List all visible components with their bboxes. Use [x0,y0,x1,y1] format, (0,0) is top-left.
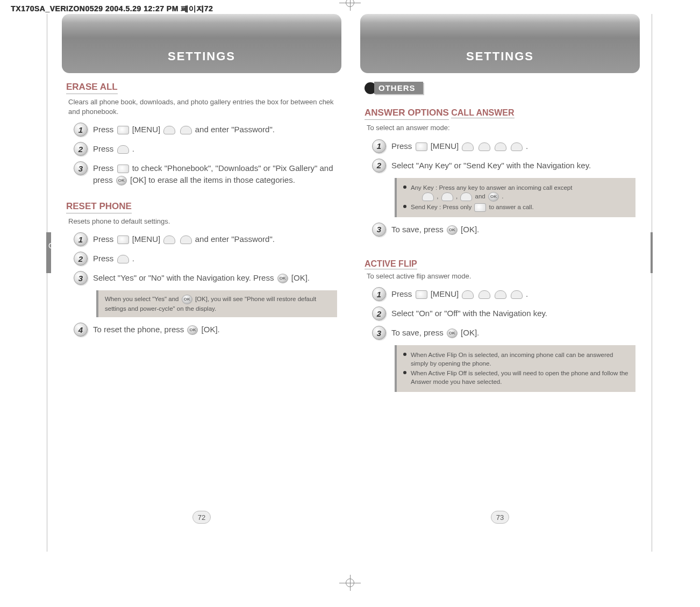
erase-step-3: 3 Press to check "Phonebook", "Downloads… [74,161,337,186]
text: [MENU] [431,289,461,298]
flip-step-3: 3 To save, press OK [OK]. [372,326,635,340]
step-badge-1: 1 [74,123,88,137]
active-flip-note: When Active Flip On is selected, an inco… [395,345,635,391]
tab-title-left: SETTINGS [168,49,235,63]
text: Press [93,254,116,263]
nav-key-icon [117,126,129,134]
erase-step-2: 2 Press . [74,142,337,156]
soft-key-icon [422,192,434,201]
soft-key-icon [117,145,129,154]
step-badge-2: 2 [372,159,386,173]
reset-note: When you select "Yes" and OK [OK], you w… [96,290,337,317]
content-right: OTHERS ANSWER OPTIONS CALL ANSWER To sel… [349,73,651,392]
step-badge-4: 4 [74,323,88,337]
page-num-right: 73 [491,511,509,524]
text: and enter "Password". [195,234,275,244]
soft-key-icon [163,235,175,244]
text: [OK]. [461,328,479,337]
reset-step-3: 3 Select "Yes" or "No" with the Navigati… [74,271,337,285]
content-left: ERASE ALL Clears all phone book, downloa… [51,73,352,337]
step-badge-3: 3 [74,271,88,285]
page-tab-right: SETTINGS [360,14,640,73]
step-badge-1: 1 [372,139,386,153]
note-text: to answer a call. [489,204,534,210]
ok-key-icon: OK [447,225,458,235]
bullet-icon [403,205,406,208]
ok-key-icon: OK [116,176,127,185]
text: To save, press [391,328,446,337]
text: [OK]. [291,273,310,282]
call-answer-desc: To select an answer mode: [367,123,635,133]
call-step-3: 3 To save, press OK [OK]. [372,223,635,237]
soft-key-icon [117,255,129,263]
text: To reset the phone, press [93,325,186,334]
step-text: Press [MENU] . [391,139,528,152]
text: [MENU] [132,234,163,244]
text: [MENU] [431,141,461,151]
step-text: Press [MENU] and enter "Password". [93,232,275,245]
text: Press [391,289,415,298]
erase-all-desc: Clears all phone book, downloads, and ph… [68,97,337,116]
soft-key-icon [511,290,523,299]
step-badge-3: 3 [74,161,88,175]
soft-key-icon [460,192,472,201]
nav-key-icon [416,290,427,299]
soft-key-icon [180,235,192,244]
text: [OK]. [461,225,479,234]
text: Select "Yes" or "No" with the Navigation… [93,273,276,282]
text: . [526,289,528,298]
tab-title-right: SETTINGS [466,49,534,63]
call-answer-heading: CALL ANSWER [451,108,514,118]
step-text: Select "Yes" or "No" with the Navigation… [93,271,310,284]
active-flip-desc: To select active flip answer mode. [367,272,635,281]
text: Press [93,144,116,153]
page-border-left [47,14,47,552]
text: Press [93,234,116,244]
reset-phone-heading: RESET PHONE [66,201,132,213]
soft-key-icon [462,290,474,299]
step-text: Press to check "Phonebook", "Downloads" … [93,161,337,186]
ok-key-icon: OK [187,325,198,335]
flip-step-1: 1 Press [MENU] . [372,287,635,301]
step-text: To reset the phone, press OK [OK]. [93,323,220,335]
active-flip-heading: ACTIVE FLIP [365,259,417,269]
step-badge-1: 1 [74,232,88,246]
text: . [132,254,134,263]
nav-key-icon [117,235,129,244]
note-text: When you select "Yes" and [105,296,181,302]
call-step-1: 1 Press [MENU] . [372,139,635,153]
step-text: To save, press OK [OK]. [391,223,479,235]
bullet-icon [403,353,406,356]
step-badge-2: 2 [74,142,88,156]
reset-step-2: 2 Press . [74,252,337,266]
note-text: Send Key : Press only [411,204,473,210]
answer-options-heading: ANSWER OPTIONS [365,108,449,120]
nav-key-icon [117,165,129,173]
bullet-icon [403,371,406,374]
text: Press [93,125,116,134]
soft-key-icon [441,192,453,201]
reset-phone-desc: Resets phone to default settings. [68,217,337,226]
bullet-icon [403,185,406,189]
call-answer-note: Any Key : Press any key to answer an inc… [395,178,635,217]
others-label: OTHERS [374,82,423,94]
text: and enter "Password". [195,125,275,134]
step-text: To save, press OK [OK]. [391,326,479,339]
call-step-2: 2 Select "Any Key" or "Send Key" with th… [372,159,635,173]
note-text: When Active Flip Off is selected, you wi… [411,369,629,386]
step-text: Press [MENU] . [391,287,528,300]
ok-key-icon: OK [277,274,288,283]
text: [OK] to erase all the items in those cat… [130,175,295,184]
page-right: SETTINGS OTHERS ANSWER OPTIONS CALL ANSW… [349,14,651,552]
reset-step-1: 1 Press [MENU] and enter "Password". [74,232,337,246]
step-badge-3: 3 [372,223,386,237]
flip-step-2: 2 Select "On" or "Off" with the Navigati… [372,306,635,320]
note-text: When Active Flip On is selected, an inco… [411,351,629,368]
text: Press [93,163,116,173]
soft-key-icon [180,126,192,134]
text: . [132,144,134,153]
step-badge-3: 3 [372,326,386,340]
step-text: Press . [93,142,134,155]
text: Press [391,141,415,151]
file-header: TX170SA_VERIZON0529 2004.5.29 12:27 PM 페… [11,4,213,14]
